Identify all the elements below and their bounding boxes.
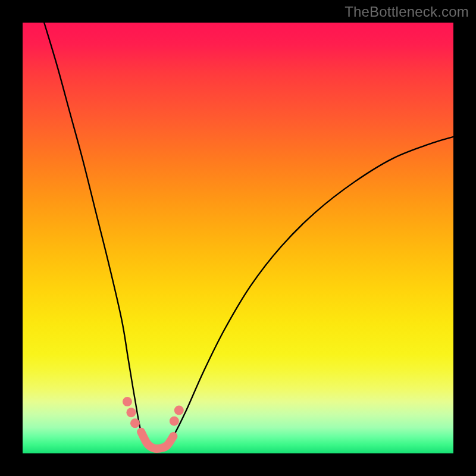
- accent-dot-right: [174, 406, 184, 415]
- accent-dot-left: [126, 408, 136, 417]
- bottleneck-curve: [44, 23, 453, 449]
- accent-dot-left: [130, 418, 140, 428]
- valley-accent-stroke: [141, 432, 173, 449]
- watermark-label: TheBottleneck.com: [345, 4, 469, 20]
- outer-frame: TheBottleneck.com: [0, 0, 476, 476]
- curve-layer: [23, 23, 453, 453]
- accent-dot-left: [123, 397, 132, 406]
- plot-area: [23, 23, 453, 453]
- accent-dot-right: [170, 416, 179, 426]
